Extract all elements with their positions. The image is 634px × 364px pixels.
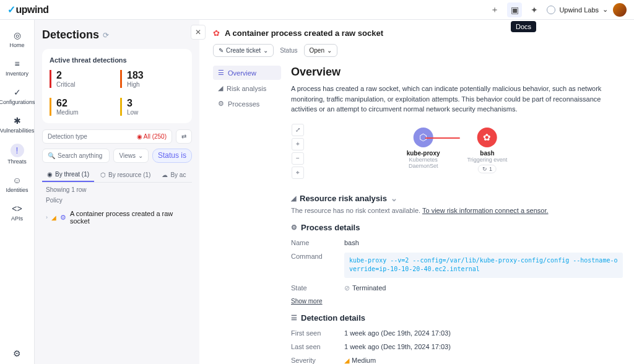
extra-filter[interactable]: ⇄ [176, 129, 192, 144]
user-avatar[interactable] [613, 3, 627, 17]
threat-icon: ✿ [213, 28, 220, 38]
detection-details-heading: ☰Detection details [291, 313, 623, 323]
showing-count: Showing 1 row [46, 186, 192, 193]
inventory-icon: ≡ [12, 58, 23, 69]
detail-title: A container process created a raw socket [225, 28, 383, 38]
tab-by-account[interactable]: ☁ By ac [157, 168, 191, 182]
status-select[interactable]: Open ⌄ [304, 44, 337, 57]
nav-vuln[interactable]: ✱Vulnerabilities [2, 111, 32, 137]
sliders-icon: ⚙ [12, 348, 23, 359]
stat-medium[interactable]: 62Medium [50, 98, 114, 116]
expand-chevron-icon: › [46, 214, 48, 220]
stat-high[interactable]: 183High [120, 70, 185, 88]
detection-row-title: A container process created a raw socket [70, 210, 188, 225]
dd-last-label: Last seen [291, 343, 344, 350]
search-input[interactable]: 🔍 Search anything [42, 149, 110, 163]
pd-state-label: State [291, 284, 344, 292]
dd-sev-label: Severity [291, 357, 344, 365]
pd-cmd-value: kube-proxy --v=2 --config=/var/lib/kube-… [344, 253, 623, 278]
graph-center-icon[interactable]: ⌖ [292, 167, 304, 179]
active-threats-card: Active threat detections 2Critical 183Hi… [42, 49, 192, 123]
detections-panel: ✕ Detections ⟳ Active threat detections … [35, 20, 199, 364]
nav-home[interactable]: ◎Home [2, 26, 32, 52]
nav-inventory[interactable]: ≡Inventory [2, 54, 32, 80]
org-circle-icon [547, 6, 555, 14]
dd-sev-value: ◢Medium [344, 357, 623, 365]
overview-description: A process has created a raw socket, whic… [291, 84, 623, 115]
refresh-icon[interactable]: ⟳ [103, 31, 109, 40]
stat-critical[interactable]: 2Critical [50, 70, 114, 88]
sidenav-risk[interactable]: ◢ Risk analysis [213, 81, 281, 95]
chevron-down-icon: ⌄ [391, 194, 397, 203]
docs-icon[interactable]: ▣ [507, 2, 522, 17]
stat-low[interactable]: 3Low [120, 98, 185, 116]
graph-zoom-in-icon[interactable]: + [292, 138, 304, 150]
home-icon: ◎ [12, 30, 23, 41]
terminated-icon: ⊘ [344, 284, 350, 292]
list-icon: ☰ [291, 314, 297, 322]
graph-node-kube-proxy[interactable]: ⬡ kube-proxy Kubernetes DaemonSet [407, 128, 440, 170]
connect-sensor-link[interactable]: To view risk information connect a senso… [422, 207, 549, 214]
bug-icon: ✱ [12, 115, 23, 126]
create-ticket-button[interactable]: ✎ Create ticket ⌄ [213, 44, 274, 57]
org-label: Upwind Labs [559, 6, 599, 14]
pd-cmd-label: Command [291, 253, 344, 278]
pd-name-value: bash [344, 239, 623, 246]
add-icon[interactable]: ＋ [487, 2, 502, 17]
nav-apis[interactable]: <>APIs [2, 199, 32, 225]
detail-side-nav: ☰ Overview ◢ Risk analysis ⚙ Processes [213, 66, 281, 364]
risk-note: The resource has no risk context availab… [291, 207, 623, 214]
close-panel-button[interactable]: ✕ [191, 25, 206, 40]
card-title: Active threat detections [50, 56, 185, 64]
org-selector[interactable]: Upwind Labs ⌄ [547, 6, 608, 14]
dependency-graph[interactable]: ⤢ + − ⌖ ⬡ kube-proxy Kubernetes DaemonSe… [291, 123, 623, 185]
overview-heading: Overview [291, 66, 623, 79]
alert-icon: ! [11, 144, 24, 157]
tab-by-resource[interactable]: ⬡ By resource (1) [95, 168, 155, 182]
nav-settings[interactable]: ⚙ [2, 344, 32, 364]
graph-expand-icon[interactable]: ⤢ [292, 124, 304, 136]
gear-icon: ⚙ [291, 223, 297, 232]
graph-zoom-out-icon[interactable]: − [292, 152, 304, 165]
severity-icon: ◢ [344, 357, 349, 364]
graph-edge [425, 137, 460, 139]
dd-first-value: 1 week ago (Dec 19th, 2024 17:03) [344, 329, 623, 337]
views-select[interactable]: Views ⌄ [113, 149, 149, 163]
pd-name-label: Name [291, 239, 344, 246]
severity-icon: ◢ [51, 214, 56, 221]
nav-rail: ◎Home ≡Inventory ✓Configurations ✱Vulner… [0, 20, 35, 364]
detections-title: Detections [42, 28, 99, 41]
status-chip[interactable]: Status is [152, 149, 192, 163]
show-more-link[interactable]: Show more [291, 298, 323, 305]
chart-icon: ◢ [291, 194, 296, 202]
nav-identities[interactable]: ☺Identities [2, 171, 32, 197]
nav-config[interactable]: ✓Configurations [2, 83, 32, 109]
gear-icon: ✿ [477, 128, 497, 147]
dd-first-label: First seen [291, 329, 344, 337]
pd-state-value: ⊘Terminated [344, 284, 623, 292]
check-icon: ✓ [12, 87, 23, 98]
sidenav-overview[interactable]: ☰ Overview [213, 66, 281, 80]
status-label: Status [280, 47, 297, 54]
event-count-badge: ↻ 1 [478, 165, 497, 173]
risk-heading: ◢Resource risk analysis ⌄ [291, 194, 623, 203]
person-icon: ☺ [12, 175, 23, 186]
dd-last-value: 1 week ago (Dec 19th, 2024 17:03) [344, 343, 623, 350]
detection-list-row[interactable]: › ◢ ⚙ A container process created a raw … [42, 206, 192, 228]
nav-threats[interactable]: !Threats [2, 140, 32, 168]
brand-logo[interactable]: upwind [7, 4, 48, 15]
gear-icon: ⚙ [60, 214, 66, 222]
chevron-down-icon: ⌄ [602, 6, 608, 14]
process-heading: ⚙Process details [291, 223, 623, 232]
activity-icon[interactable]: ✦ [527, 2, 542, 17]
policy-header: Policy [42, 194, 192, 206]
graph-node-bash[interactable]: ✿ bash Triggering event ↻ 1 [467, 128, 508, 174]
detail-pane: ✿ A container process created a raw sock… [199, 20, 634, 364]
code-icon: <> [12, 203, 23, 214]
tab-by-threat[interactable]: ◉ By threat (1) [42, 168, 94, 182]
sidenav-processes[interactable]: ⚙ Processes [213, 97, 281, 111]
detection-type-filter[interactable]: Detection type◉ All (250) [42, 129, 172, 144]
all-count: ◉ All (250) [137, 133, 167, 140]
docs-tooltip: Docs [511, 21, 536, 32]
